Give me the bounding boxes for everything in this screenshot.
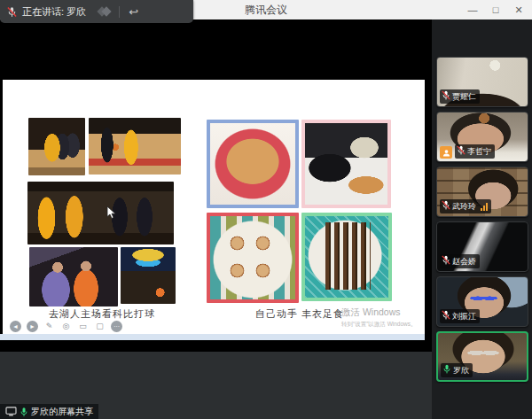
participant-name: 李哲宁 xyxy=(467,147,491,157)
back-arrow-button[interactable]: ↩ xyxy=(129,6,138,18)
photo-meat-skewers xyxy=(301,213,392,301)
mic-on-icon xyxy=(442,364,451,376)
speaking-label: 正在讲话: 罗欣 xyxy=(22,5,86,19)
skewers-pattern xyxy=(325,222,372,289)
photo-noodles-plate xyxy=(207,120,299,208)
taskbar-strip xyxy=(0,334,425,340)
photo-fried-buns xyxy=(207,213,299,303)
shared-screen: 去湖人主场看科比打球 自己动手 丰衣足食 激活 Windows 转到“设置”以激… xyxy=(0,19,432,352)
screen-share-banner: 罗欣的屏幕共享 xyxy=(0,404,98,419)
participant-tile-2[interactable]: 李哲宁 xyxy=(436,112,528,162)
window-title: 腾讯会议 xyxy=(245,3,287,18)
tool-prev-slide[interactable]: ◄ xyxy=(10,321,21,332)
slide-toolbar: ◄►✎◎▭▢⋯ xyxy=(10,321,122,332)
tool-display[interactable]: ▭ xyxy=(77,321,89,332)
photo-kitchen-frying xyxy=(301,120,391,208)
watermark-line2: 转到“设置”以激活 Windows。 xyxy=(341,321,417,329)
app-logo-icon xyxy=(98,8,110,15)
photo-basketball-lineup xyxy=(27,182,174,244)
tool-laser-pointer[interactable]: ◎ xyxy=(60,321,72,332)
tool-more[interactable]: ⋯ xyxy=(111,321,122,332)
photo-basketball-court-1 xyxy=(28,118,85,175)
participant-tile-5[interactable]: 刘振江 xyxy=(436,276,528,327)
tool-pen[interactable]: ✎ xyxy=(43,321,55,332)
tool-next-slide[interactable]: ► xyxy=(27,321,38,332)
presentation-slide: 去湖人主场看科比打球 自己动手 丰衣足食 激活 Windows 转到“设置”以激… xyxy=(3,80,425,334)
participant-name: 刘振江 xyxy=(452,312,476,322)
network-signal-icon xyxy=(480,203,488,211)
participant-tile-4[interactable]: 赵会娇 xyxy=(436,221,528,272)
mic-on-icon xyxy=(20,407,28,417)
letterbox-band xyxy=(0,340,432,352)
buns-pattern xyxy=(224,229,280,286)
screen-icon xyxy=(5,407,17,416)
watermark-line1: 激活 Windows xyxy=(341,306,417,319)
participant-tile-3[interactable]: 武玲玲 xyxy=(436,167,528,217)
participant-tile-6[interactable]: 罗欣 xyxy=(436,331,528,382)
left-photo-caption: 去湖人主场看科比打球 xyxy=(3,307,201,321)
photo-arena-jumbotron xyxy=(121,247,176,304)
photo-basketball-player-17 xyxy=(89,118,181,175)
share-banner-text: 罗欣的屏幕共享 xyxy=(31,406,93,418)
speaking-indicator-bar[interactable]: 正在讲话: 罗欣 ↩ xyxy=(0,0,193,23)
minimize-button[interactable]: — xyxy=(461,0,484,19)
participant-name: 武玲玲 xyxy=(452,202,476,212)
mic-muted-icon xyxy=(442,200,450,213)
mouse-cursor xyxy=(106,206,116,220)
maximize-button[interactable]: □ xyxy=(484,0,507,19)
bottom-panel: 罗欣的屏幕共享 xyxy=(0,352,432,419)
participants-list: 贾耀仁李哲宁武玲玲赵会娇刘振江罗欣 xyxy=(432,19,532,419)
close-button[interactable]: ✕ xyxy=(507,0,530,19)
participant-name: 罗欣 xyxy=(453,366,469,376)
participant-name: 贾耀仁 xyxy=(452,92,476,102)
mic-muted-icon xyxy=(457,145,466,158)
tool-comment[interactable]: ▢ xyxy=(94,321,106,332)
activate-windows-watermark: 激活 Windows 转到“设置”以激活 Windows。 xyxy=(341,306,417,329)
mic-muted-icon xyxy=(442,255,450,268)
hand-raised-badge xyxy=(440,146,452,159)
photo-fans-selfie xyxy=(29,247,118,306)
mic-muted-icon xyxy=(442,90,450,103)
meeting-window: 腾讯会议 — □ ✕ 去湖人主场看科比打球 自己动手 丰衣足食 xyxy=(0,0,532,419)
mic-muted-icon xyxy=(7,6,17,18)
mic-muted-icon xyxy=(442,310,450,322)
window-controls: — □ ✕ xyxy=(461,0,530,19)
participant-tile-1[interactable]: 贾耀仁 xyxy=(436,57,528,107)
divider xyxy=(119,6,120,18)
participant-name: 赵会娇 xyxy=(452,257,476,267)
